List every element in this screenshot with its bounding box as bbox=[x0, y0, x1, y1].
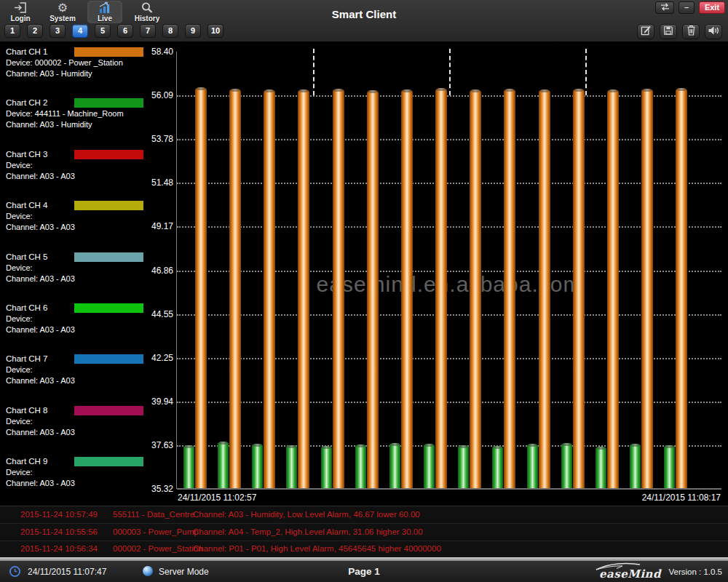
bar-orange bbox=[641, 89, 653, 488]
bar-green bbox=[355, 445, 366, 488]
channel-id: Channel: A03 - A03 bbox=[6, 375, 144, 386]
channel-color-chip bbox=[74, 252, 143, 262]
bar-orange bbox=[333, 89, 344, 488]
layout-switch-button[interactable] bbox=[655, 1, 674, 14]
bar-orange bbox=[676, 88, 687, 488]
bar-orange bbox=[435, 88, 447, 488]
channel-legend-item[interactable]: Chart CH 3Device:Channel: A03 - A03 bbox=[6, 149, 144, 182]
page-tab-9[interactable]: 9 bbox=[185, 24, 201, 38]
page-tab-3[interactable]: 3 bbox=[50, 24, 66, 38]
page-tab-10[interactable]: 10 bbox=[207, 24, 223, 38]
edit-button[interactable] bbox=[637, 24, 654, 39]
chart-area: easemind.en.alibaba.com 24/11/2015 11:02… bbox=[146, 41, 728, 506]
y-axis-label: 51.48 bbox=[146, 178, 173, 188]
bar-chart-plot: easemind.en.alibaba.com bbox=[176, 52, 721, 489]
channel-legend-item[interactable]: Chart CH 1Device: 000002 - Power _Statio… bbox=[6, 47, 144, 79]
save-icon bbox=[663, 25, 673, 39]
channel-color-chip bbox=[74, 150, 143, 159]
brand-logo: easeMind bbox=[599, 563, 661, 576]
save-button[interactable] bbox=[660, 24, 677, 39]
bar-green bbox=[183, 445, 194, 488]
bar-green bbox=[218, 442, 229, 488]
alarm-time: 2015-11-24 10:57:49 bbox=[20, 510, 98, 519]
channel-device: Device: bbox=[6, 211, 144, 222]
channel-color-chip bbox=[74, 98, 143, 108]
bar-green bbox=[321, 446, 332, 488]
page-tab-8[interactable]: 8 bbox=[162, 24, 178, 38]
channel-legend-item[interactable]: Chart CH 4Device:Channel: A03 - A03 bbox=[6, 200, 144, 233]
bar-orange bbox=[504, 89, 515, 488]
page-tab-7[interactable]: 7 bbox=[140, 24, 156, 38]
channel-legend-item[interactable]: Chart CH 7Device:Channel: A03 - A03 bbox=[6, 354, 144, 386]
channel-legend-item[interactable]: Chart CH 8Device:Channel: A03 - A03 bbox=[6, 405, 144, 438]
channel-color-chip bbox=[74, 201, 143, 210]
y-axis-label: 35.32 bbox=[146, 484, 173, 494]
page-tab-6[interactable]: 6 bbox=[117, 24, 133, 38]
x-axis-line bbox=[177, 488, 721, 490]
alarm-device: 000002 - Power_Station bbox=[113, 544, 202, 553]
gridline bbox=[177, 183, 721, 184]
bar-orange bbox=[470, 89, 481, 488]
chart-action-toolbar bbox=[637, 24, 722, 39]
x-axis-start-label: 24/11/2015 11:02:57 bbox=[178, 493, 256, 503]
alarm-row[interactable]: 2015-11-24 10:55:56000003 - Power_PumpCh… bbox=[0, 524, 728, 541]
trash-icon bbox=[687, 25, 696, 39]
bar-orange bbox=[401, 89, 413, 488]
channel-device: Device: bbox=[6, 314, 144, 324]
gridline bbox=[177, 95, 721, 97]
bar-green bbox=[561, 443, 572, 488]
page-tabs: 12345678910 bbox=[4, 24, 230, 38]
alarm-message: Channel: A03 - Humidity, Low Level Alarm… bbox=[193, 510, 420, 519]
layout-switch-icon bbox=[660, 3, 670, 13]
channel-device: Device: 444111 - Machine_Room bbox=[6, 108, 144, 119]
alarm-device: 000003 - Power_Pump bbox=[113, 527, 199, 536]
alarm-list: 2015-11-24 10:57:49555111 - Data_CentreC… bbox=[0, 506, 728, 558]
main-content: Chart CH 1Device: 000002 - Power _Statio… bbox=[0, 41, 728, 506]
x-axis-end-label: 24/11/2015 11:08:17 bbox=[642, 493, 721, 503]
delete-button[interactable] bbox=[682, 24, 700, 39]
channel-legend-item[interactable]: Chart CH 5Device:Channel: A03 - A03 bbox=[6, 252, 144, 284]
version-label: Version : 1.0.5 bbox=[668, 567, 722, 576]
y-axis-label: 42.25 bbox=[146, 353, 173, 363]
edit-icon bbox=[641, 25, 652, 39]
channel-id: Channel: A03 - A03 bbox=[6, 222, 144, 233]
bar-orange bbox=[573, 89, 585, 488]
exit-button[interactable]: Exit bbox=[699, 1, 725, 14]
channel-id: Channel: A03 - Humidity bbox=[6, 119, 144, 130]
page-tab-2[interactable]: 2 bbox=[27, 24, 43, 38]
channel-id: Channel: A03 - A03 bbox=[6, 427, 144, 438]
channel-legend-item[interactable]: Chart CH 2Device: 444111 - Machine_RoomC… bbox=[6, 97, 144, 130]
alarm-row[interactable]: 2015-11-24 10:57:49555111 - Data_CentreC… bbox=[0, 506, 728, 524]
page-tab-4[interactable]: 4 bbox=[72, 24, 88, 38]
time-marker-line bbox=[313, 49, 314, 95]
time-marker-line bbox=[585, 49, 587, 95]
gridline bbox=[177, 314, 721, 316]
bar-orange bbox=[264, 89, 275, 488]
alarm-device: 555111 - Data_Centre bbox=[113, 510, 194, 519]
y-axis-label: 46.86 bbox=[146, 266, 173, 276]
alarm-row[interactable]: 2015-11-24 10:56:34000002 - Power_Statio… bbox=[0, 541, 728, 558]
app-title: Smart Client bbox=[0, 8, 728, 20]
brand-name: easeMind bbox=[599, 567, 661, 581]
bar-green bbox=[389, 443, 400, 488]
channel-legend-item[interactable]: Chart CH 6Device:Channel: A03 - A03 bbox=[6, 303, 144, 335]
channel-id: Channel: A03 - A03 bbox=[6, 171, 144, 182]
smart-client-window: { "header": { "title": "Smart Client", "… bbox=[0, 0, 728, 582]
channel-id: Channel: A03 - A03 bbox=[6, 324, 144, 335]
top-bar: Login⚙SystemLiveHistory Smart Client – E… bbox=[0, 0, 728, 41]
minimize-button[interactable]: – bbox=[678, 1, 695, 14]
y-axis-label: 58.40 bbox=[146, 47, 173, 57]
bar-orange bbox=[195, 87, 207, 488]
page-tab-1[interactable]: 1 bbox=[4, 24, 20, 38]
sound-button[interactable] bbox=[705, 24, 722, 39]
bar-green bbox=[664, 445, 675, 488]
alarm-time: 2015-11-24 10:56:34 bbox=[20, 544, 98, 553]
bar-green bbox=[286, 445, 297, 488]
y-axis-label: 44.55 bbox=[146, 309, 173, 319]
bar-green bbox=[527, 444, 538, 488]
y-axis-label: 39.94 bbox=[146, 396, 173, 407]
channel-legend-item[interactable]: Chart CH 9Device:Channel: A03 - A03 bbox=[6, 456, 144, 489]
page-tab-5[interactable]: 5 bbox=[95, 24, 111, 38]
bar-orange bbox=[298, 89, 309, 488]
gridline bbox=[177, 139, 721, 140]
